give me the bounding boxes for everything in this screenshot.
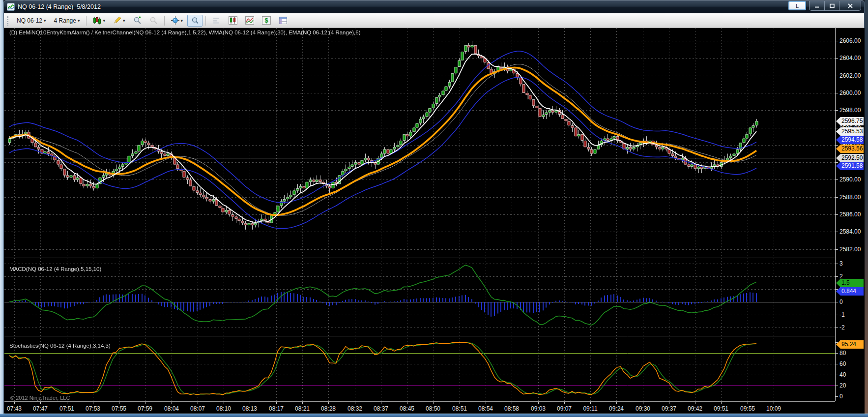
x-tick-label: 08:50	[426, 405, 440, 412]
price-marker: 0.844	[836, 287, 864, 296]
y-tick-mark	[836, 232, 838, 232]
x-tick-label: 07:51	[59, 405, 74, 412]
y-tick-mark	[836, 214, 838, 215]
y-tick-mark	[836, 76, 838, 76]
indicator-lines-button[interactable]	[242, 15, 258, 27]
x-tick-mark	[14, 402, 15, 404]
chevron-down-icon: ▾	[103, 18, 105, 23]
x-tick-mark	[512, 402, 512, 404]
zoom-out-icon	[149, 16, 158, 25]
chart-canvas[interactable]	[4, 28, 835, 414]
x-tick-label: 08:37	[374, 405, 388, 412]
y-tick-mark	[836, 375, 838, 375]
price-axis[interactable]: 2606.002604.002602.002600.002598.002596.…	[835, 28, 865, 401]
chevron-down-icon: ▾	[123, 18, 125, 23]
x-tick-mark	[407, 402, 407, 404]
price-marker: 2591.58	[836, 162, 864, 170]
x-tick-label: 07:43	[7, 405, 22, 412]
y-tick-label: -2	[839, 324, 845, 331]
price-marker: 1.5	[836, 279, 864, 287]
y-tick-label: 0	[839, 392, 843, 400]
close-button[interactable]	[839, 1, 861, 10]
title-bar[interactable]: NQ 06-12 (4 Range) 5/8/2012 L	[4, 0, 864, 13]
y-tick-mark	[836, 264, 838, 264]
market-depth-button[interactable]	[209, 15, 224, 27]
y-tick-label: 60	[839, 360, 846, 368]
x-tick-label: 09:07	[557, 405, 572, 412]
x-tick-mark	[460, 402, 460, 404]
window-bottom-border	[0, 414, 868, 417]
data-grid-icon	[279, 16, 288, 25]
x-tick-label: 09:55	[740, 405, 755, 412]
minimize-button[interactable]	[810, 1, 824, 10]
x-tick-label: 07:53	[86, 405, 100, 412]
y-tick-mark	[836, 289, 838, 290]
x-tick-label: 09:11	[583, 405, 597, 412]
x-tick-label: 10:09	[766, 405, 781, 412]
x-tick-mark	[355, 402, 355, 404]
x-tick-mark	[564, 402, 565, 404]
x-tick-mark	[67, 402, 67, 404]
minimize-icon	[814, 3, 820, 8]
y-tick-mark	[836, 128, 838, 128]
x-tick-mark	[669, 402, 669, 404]
x-tick-mark	[172, 402, 172, 404]
maximize-button[interactable]	[824, 1, 839, 10]
data-grid-button[interactable]	[275, 15, 291, 27]
y-tick-mark	[836, 110, 838, 111]
chart-window-icon	[7, 3, 15, 11]
y-tick-label: 0	[839, 298, 843, 306]
svg-text:$: $	[264, 17, 268, 24]
window-right-border	[865, 0, 868, 414]
x-tick-mark	[328, 402, 329, 404]
data-box-button[interactable]	[187, 15, 203, 27]
toolbar-separator	[86, 16, 87, 26]
crosshair-button[interactable]: ▾	[168, 15, 187, 27]
y-tick-mark	[836, 328, 838, 328]
interval-selector[interactable]: 4 Range ▾	[51, 15, 84, 27]
x-tick-label: 08:51	[452, 405, 467, 412]
chart-style-button[interactable]	[225, 15, 241, 27]
x-tick-label: 08:13	[242, 405, 257, 412]
price-marker: 2595.53	[836, 127, 864, 136]
bar-type-button[interactable]: ▾	[89, 15, 109, 27]
x-tick-label: 08:07	[190, 405, 205, 412]
x-tick-label: 07:55	[112, 405, 126, 412]
copyright-watermark: © 2012 NinjaTrader, LLC	[10, 395, 70, 401]
link-button[interactable]: L	[788, 1, 806, 10]
stochastics-panel-label: Stochastics(NQ 06-12 (4 Range),3,14,3)	[9, 343, 111, 349]
zoom-out-button[interactable]	[146, 15, 161, 27]
data-box-icon	[191, 16, 199, 25]
account-dollar-button[interactable]: $	[259, 15, 274, 27]
y-tick-mark	[836, 41, 838, 41]
zoom-in-button[interactable]	[130, 15, 145, 27]
zoom-in-icon	[133, 16, 142, 25]
draw-pencil-icon	[113, 16, 121, 25]
draw-tools-button[interactable]: ▾	[110, 15, 129, 27]
x-tick-mark	[748, 402, 748, 404]
chevron-down-icon: ▾	[181, 18, 183, 23]
interval-label: 4 Range	[54, 17, 76, 24]
y-tick-mark	[836, 386, 838, 386]
price-marker: 2593.56	[836, 145, 864, 153]
dollar-icon: $	[262, 16, 271, 25]
instrument-selector[interactable]: NQ 06-12 ▾	[13, 15, 50, 27]
x-tick-mark	[616, 402, 617, 404]
price-marker: 2594.58	[836, 136, 864, 144]
background-window-edge	[0, 0, 3, 417]
x-tick-label: 07:59	[138, 405, 152, 412]
x-tick-label: 08:54	[478, 405, 493, 412]
toolbar-grip[interactable]	[7, 16, 10, 26]
x-tick-mark	[145, 402, 145, 404]
y-tick-label: -1	[839, 311, 845, 319]
y-tick-mark	[836, 249, 838, 250]
y-tick-label: 2590.00	[839, 176, 861, 183]
x-tick-mark	[538, 402, 539, 404]
y-tick-label: 2604.00	[839, 54, 861, 62]
toolbar-separator	[164, 16, 165, 26]
y-tick-label: 2584.00	[839, 228, 861, 236]
y-tick-label: 80	[839, 349, 846, 357]
y-tick-mark	[836, 58, 838, 59]
time-axis[interactable]: 07:4307:4707:5107:5307:5507:5908:0408:07…	[4, 401, 835, 414]
main-panel-indicator-label: (D) EeMiNQ10EntryKbmAlarm() / KeltnerCha…	[9, 30, 361, 35]
